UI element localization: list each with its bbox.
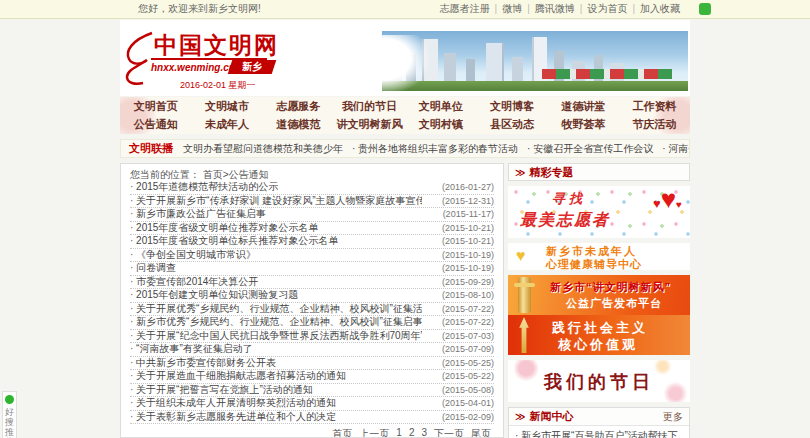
welcome-text: 您好，欢迎来到新乡文明网! [138, 2, 261, 16]
notice-date: (2015-12-31) [442, 196, 494, 206]
notice-link[interactable]: 问卷调查 [130, 261, 176, 275]
page-first[interactable]: 首页 [332, 427, 352, 438]
topics-header-label: 精彩专题 [529, 165, 573, 180]
notice-date: (2015-02-09) [442, 412, 494, 422]
topics-header: ≫ 精彩专题 [508, 163, 690, 181]
nav-minors[interactable]: 未成年人 [191, 115, 262, 133]
notice-link[interactable]: 2015年道德模范帮扶活动的公示 [130, 180, 278, 194]
news-center-label: 新闻中心 [529, 409, 573, 424]
double-arrow-icon: ≫ [515, 167, 525, 178]
nav-civilization-blog[interactable]: 文明博客 [476, 97, 547, 115]
nav-county-news[interactable]: 县区动态 [476, 115, 547, 133]
list-item: 关于开展造血干细胞捐献志愿者招募活动的通知 (2015-05-22) [130, 370, 494, 384]
breadcrumb: 您当前的位置： 首页>公告通知 [121, 164, 503, 181]
nav-volunteer-service[interactable]: 志愿服务 [263, 97, 334, 115]
nav-festival-activities[interactable]: 节庆活动 [619, 115, 690, 133]
notice-date: (2015-10-21) [442, 223, 494, 233]
banner-psa-platform[interactable]: 新乡市“讲文明树新风” 公益广告发布平台 [508, 275, 690, 315]
volunteer-register-link[interactable]: 志愿者注册 [440, 2, 490, 16]
notice-date: (2016-01-27) [442, 182, 494, 192]
notice-link[interactable]: “河南故事”有奖征集启动了 [130, 342, 253, 356]
ticker-item[interactable]: · 贵州各地将组织丰富多彩的春节活动 [352, 142, 518, 156]
notice-link[interactable]: 市委宣传部2014年决算公开 [130, 275, 258, 289]
tencent-weibo-link[interactable]: 腾讯微博 [522, 2, 575, 16]
ticker-item[interactable]: 文明办看望慰问道德模范和美德少年 [183, 142, 343, 156]
page-2[interactable]: 2 [409, 427, 415, 438]
nav-civilized-villages[interactable]: 文明村镇 [405, 115, 476, 133]
news-center-panel: ≫ 新闻中心 更多 新乡市开展“百号助百户”活动帮扶下岗特困职工 [508, 407, 690, 438]
double-arrow-icon: ≫ [515, 411, 525, 422]
page-prev[interactable]: 上一页 [359, 427, 389, 438]
notice-link[interactable]: 2015年度省级文明单位标兵推荐对象公示名单 [130, 234, 338, 248]
more-link[interactable]: 更多 [663, 410, 683, 424]
ticker-item[interactable]: · 安徽召开全省宣传工作会议 [527, 142, 653, 156]
banner-core-values[interactable]: 践行社会主义 核心价值观 [508, 315, 690, 355]
notice-date: (2015-11-17) [443, 209, 494, 219]
add-favorite-link[interactable]: 加入收藏 [627, 2, 680, 16]
page-1[interactable]: 1 [396, 427, 402, 438]
list-item: 问卷调查 (2015-10-19) [130, 262, 494, 276]
nav-muye-highlights[interactable]: 牧野荟萃 [548, 115, 619, 133]
notice-date: (2015-04-01) [442, 398, 494, 408]
statue-icon [516, 317, 532, 353]
current-date: 2016-02-01 星期一 [180, 79, 256, 92]
nav-our-festivals[interactable]: 我们的节日 [334, 97, 405, 115]
news-item-link[interactable]: 新乡市开展“百号助百户”活动帮扶下岗特困职工 [509, 426, 689, 438]
banner-minors-counseling-center[interactable]: ♥ 新乡市未成年人 心理健康辅导中心 [508, 243, 690, 270]
notice-link[interactable]: 关于开展新乡市“传承好家训 建设好家风”主题人物暨家庭故事宣传推广活动的通知 [130, 194, 422, 208]
main-nav: 文明首页 文明城市 志愿服务 我们的节日 文明单位 文明博客 道德讲堂 工作资料… [120, 97, 690, 134]
notice-link[interactable]: 关于开展“把誓言写在党旗上”活动的通知 [130, 383, 313, 397]
set-homepage-link[interactable]: 设为首页 [575, 2, 628, 16]
list-item: 关于表彰新乡志愿服务先进单位和个人的决定 (2015-02-09) [130, 411, 494, 425]
notice-link[interactable]: 2015年创建文明单位知识测验复习题 [130, 288, 298, 302]
notice-date: (2015-10-21) [442, 236, 494, 246]
news-center-header: ≫ 新闻中心 更多 [509, 408, 689, 426]
browser-plugin-icon[interactable] [699, 3, 711, 15]
page-last[interactable]: 尾页 [471, 427, 491, 438]
heart-icon: ♥ [516, 247, 526, 265]
ticker-label: 文明联播 [129, 141, 173, 156]
notice-link[interactable]: 2015年度省级文明单位推荐对象公示名单 [130, 221, 318, 235]
notice-link[interactable]: 新乡市廉政公益广告征集启事 [130, 207, 266, 221]
page-next[interactable]: 下一页 [434, 427, 464, 438]
list-item: 中共新乡市委宣传部财务公开表 (2015-05-25) [130, 357, 494, 371]
site-title[interactable]: 中国文明网 [154, 30, 279, 61]
list-item: 《争创全国文明城市常识》 (2015-10-19) [130, 249, 494, 263]
nav-civilized-city[interactable]: 文明城市 [191, 97, 262, 115]
notice-link[interactable]: 新乡市优秀“乡规民约、行业规范、企业精神、校风校训”征集启事 [130, 315, 422, 329]
notice-date: (2015-05-08) [442, 385, 494, 395]
nav-moral-models[interactable]: 道德模范 [263, 115, 334, 133]
notice-date: (2015-07-03) [442, 331, 494, 341]
site-header: 中国文明网 hnxx.wenming.cn 新乡 2016-02-01 星期一 [120, 20, 690, 96]
ticker-item[interactable]: · 河南开展“红红火火过大年”志 [662, 142, 690, 156]
nav-civilized-units[interactable]: 文明单位 [405, 97, 476, 115]
notice-link[interactable]: 中共新乡市委宣传部财务公开表 [130, 356, 276, 370]
nav-home[interactable]: 文明首页 [120, 97, 191, 115]
notice-link[interactable]: 关于开展优秀“乡规民约、行业规范、企业精神、校风校训”征集活动的通知 [130, 302, 422, 316]
list-item: 关于开展优秀“乡规民约、行业规范、企业精神、校风校训”征集活动的通知 (2015… [130, 303, 494, 317]
nav-morality-lecture[interactable]: 道德讲堂 [548, 97, 619, 115]
banner-our-festivals[interactable]: 我们的节日 [508, 360, 690, 402]
notice-date: (2015-07-09) [442, 344, 494, 354]
notice-link[interactable]: 关于组织未成年人开展清明祭英烈活动的通知 [130, 396, 336, 410]
nav-work-materials[interactable]: 工作资料 [619, 97, 690, 115]
page-3[interactable]: 3 [421, 427, 427, 438]
notice-link[interactable]: 关于开展造血干细胞捐献志愿者招募活动的通知 [130, 369, 346, 383]
notice-date: (2015-07-22) [442, 317, 494, 327]
weibo-link[interactable]: 微博 [490, 2, 523, 16]
haosou-recommend-widget[interactable]: 好搜推荐 [2, 391, 17, 438]
notice-link[interactable]: 关于开展“纪念中国人民抗日战争暨世界反法西斯战争胜利70周年”主题征文活动的通知 [130, 329, 422, 343]
heart-icon: ♥♥♥ [653, 186, 682, 212]
notice-link[interactable]: 关于表彰新乡志愿服务先进单位和个人的决定 [130, 410, 336, 424]
banner-most-beautiful-volunteers[interactable]: 寻找 最美志愿者 ♥♥♥ [508, 186, 690, 238]
notice-list-panel: 您当前的位置： 首页>公告通知 2015年道德模范帮扶活动的公示 (2016-0… [120, 163, 504, 438]
city-badge: 新乡 [228, 60, 277, 74]
list-item: 市委宣传部2014年决算公开 (2015-09-29) [130, 276, 494, 290]
notice-link[interactable]: 《争创全国文明城市常识》 [130, 248, 256, 262]
nav-new-trends[interactable]: 讲文明树新风 [334, 115, 405, 133]
list-item: 新乡市廉政公益广告征集启事 (2015-11-17) [130, 208, 494, 222]
list-item: 关于开展“纪念中国人民抗日战争暨世界反法西斯战争胜利70周年”主题征文活动的通知… [130, 330, 494, 344]
site-url: hnxx.wenming.cn [151, 62, 235, 73]
list-item: “河南故事”有奖征集启动了 (2015-07-09) [130, 343, 494, 357]
nav-announcements[interactable]: 公告通知 [120, 115, 191, 133]
